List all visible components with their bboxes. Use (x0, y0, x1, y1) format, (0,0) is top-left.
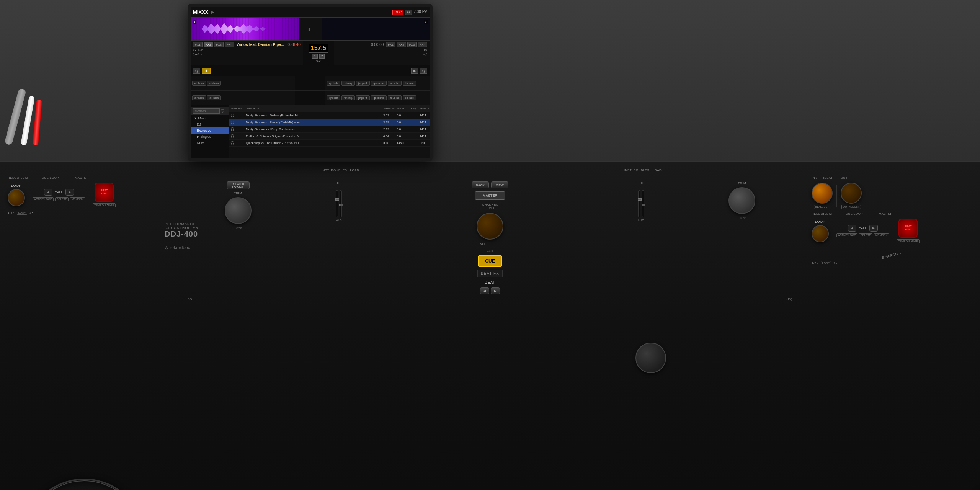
beat-next-btn[interactable]: ▶ (491, 287, 500, 294)
trim-left-max: +9 (238, 226, 242, 229)
deck2-q-btn[interactable]: Q (420, 68, 427, 74)
hotcue-timnee2[interactable]: tim nee (403, 95, 416, 100)
right-beat-sync-button[interactable]: BEAT SYNC (898, 219, 918, 238)
deck2-fx2[interactable]: FX2 (397, 42, 406, 47)
channel-level-area: BACK VIEW MASTER CHANNELLEVEL LEVEL –∞ 0… (389, 181, 591, 294)
right-eq-fader-1[interactable] (638, 190, 640, 217)
deck1-fx3[interactable]: FX3 (214, 42, 224, 47)
deck1-prev[interactable]: ▷↵ (193, 52, 199, 56)
hotcue-ruudho1[interactable]: ruud ho (388, 81, 402, 86)
beat-sync-button[interactable]: BEAT SYNC (95, 183, 114, 202)
hotcue-airhorn-4[interactable]: air-horn (207, 95, 221, 100)
level-knob[interactable] (477, 213, 503, 240)
deck2-fx4[interactable]: FX4 (418, 42, 427, 47)
deck2-notes[interactable]: ♪◁ (422, 52, 427, 56)
next-btn[interactable]: ▶ (65, 189, 74, 196)
delete-label: DELETE (55, 197, 69, 201)
trim-right-knob[interactable] (728, 187, 755, 214)
related-tracks-btn[interactable]: RELATEDTRACKS (227, 181, 250, 189)
hotcue-qrolsch-2[interactable]: qrolsch (327, 95, 340, 100)
right-loop-knob[interactable] (812, 225, 829, 242)
cue-loop-buttons: ◀ CALL ▶ ACTIVE LOOP DELETE MEMORY (33, 189, 85, 201)
in-knob[interactable] (812, 183, 833, 204)
track-duration: 4:34 (382, 134, 395, 138)
loop-section: LOOP (8, 184, 25, 206)
hotcue-roltonq[interactable]: roltonq. (341, 81, 355, 86)
track-filename: Quickdrop vs. The Hitmen - Put Your O... (244, 141, 382, 145)
hotcue-qoedenc-2[interactable]: qoedenc. (371, 95, 387, 100)
track-row[interactable]: 🎧 Morty Simmons - Dollars (Extended Mi..… (229, 112, 430, 119)
trim-right-label: TRIM (738, 181, 746, 185)
prev-btn[interactable]: ◀ (44, 189, 52, 196)
trim-right-max: +9 (743, 216, 746, 219)
hotcue-timnee1[interactable]: tim nee (403, 81, 416, 86)
back-btn[interactable]: BACK (472, 181, 489, 188)
sidebar-jingles[interactable]: ▶ Jingles (191, 134, 229, 140)
right-call-label: CALL (859, 227, 867, 230)
track-bitrate: 1411 (418, 121, 430, 124)
deck1-note[interactable]: ♪ (200, 52, 202, 56)
sidebar-dj[interactable]: DJ (191, 121, 229, 127)
hotcue-jingle-2[interactable]: jingle-th (356, 95, 370, 100)
cue-button[interactable]: CUE (478, 255, 501, 267)
left-eq-fader-2[interactable] (340, 190, 342, 217)
right-next-btn[interactable]: ▶ (869, 225, 878, 232)
hotcue-airhorn-3[interactable]: air-horn (192, 95, 206, 100)
deck1-pause-btn[interactable]: ⏸ (202, 68, 211, 74)
beat-nav-buttons: ◀ ▶ (480, 287, 500, 294)
trim-left-label: TRIM (234, 191, 242, 195)
deck1-transport: ▷↵ ♪ (193, 52, 301, 56)
deck1-fx1[interactable]: FX1 (193, 42, 203, 47)
hotcue-ruudho2[interactable]: ruud ho (388, 95, 402, 100)
hotcue-qrolsch[interactable]: qrolsch (327, 81, 340, 86)
left-eq-fader-1[interactable] (336, 190, 338, 217)
hotcue-roltonq-2[interactable]: roltonq. (341, 95, 355, 100)
hotcue-bank-right-bot: qrolsch roltonq. jingle-th qoedenc. ruud… (325, 91, 430, 105)
track-row[interactable]: 🎧 Quickdrop vs. The Hitmen - Put Your O.… (229, 140, 430, 147)
inst-doubles-left-label: ·· INST. DOUBLES · LOAD (318, 168, 359, 172)
deck1-q-btn[interactable]: Q (193, 68, 200, 74)
right-eq-fader-2[interactable] (642, 190, 644, 217)
loop-size-label: LOOP (17, 211, 27, 215)
center-nav-knob[interactable] (635, 343, 666, 373)
deck1-fx2[interactable]: FX2 (204, 42, 213, 47)
crossfader-val: 0.0 (316, 59, 320, 62)
out-knob[interactable] (841, 183, 862, 204)
view-btn[interactable]: VIEW (491, 181, 508, 188)
hotcue-qoedenc[interactable]: qoedenc. (371, 81, 387, 86)
right-memory-label: MEMORY (874, 233, 889, 237)
track-bpm: 0.0 (395, 127, 408, 131)
track-bpm: 0.0 (395, 134, 408, 138)
trim-left-knob[interactable] (225, 197, 252, 224)
beat-label: BEAT (485, 280, 495, 284)
beat-prev-btn[interactable]: ◀ (480, 287, 489, 294)
hotcue-center (295, 76, 325, 90)
sidebar-exclusive[interactable]: Exclusive (191, 127, 229, 134)
sidebar-new[interactable]: New (191, 140, 229, 146)
loop-knob[interactable] (8, 189, 25, 206)
beat-markers: |||| (308, 27, 311, 31)
hotcue-airhorn-2[interactable]: air-horn (207, 81, 221, 86)
hotcue-jingle[interactable]: jingle-th (356, 81, 370, 86)
deck2-fx1[interactable]: FX1 (386, 42, 395, 47)
right-loop-size-label: LOOP (821, 261, 831, 265)
track-row[interactable]: 🎧 Morty Simmons - Flexin' (Club Mix).wav… (229, 119, 430, 126)
track-row[interactable]: 🎧 Phillerz & Shinzo - Origins (Extended … (229, 133, 430, 140)
right-channel-strip: TRIM –∞ +9 (692, 181, 792, 219)
reloop-exit-section: RELOOP/EXIT (8, 176, 30, 180)
fx-button[interactable]: REC (392, 10, 403, 15)
browser-area: ▽ ▼ Music DJ Exclusive ▶ Jingles New Pre… (191, 105, 430, 158)
sidebar-music[interactable]: ▼ Music (191, 115, 229, 121)
loop-label: LOOP (11, 184, 21, 188)
right-prev-btn[interactable]: ◀ (848, 225, 856, 232)
trim-left-min: –∞ (234, 226, 238, 229)
master-btn[interactable]: MASTER (475, 191, 505, 200)
mixxx-settings[interactable]: ⚙ (405, 10, 412, 15)
deck1-fx4[interactable]: FX4 (225, 42, 234, 47)
search-input[interactable] (193, 108, 220, 114)
track-row[interactable]: 🎧 Morty Simmons - I Drop Bombs.wav 2:12 … (229, 126, 430, 133)
left-buttons-row: LOOP ◀ CALL ▶ ACTIVE LOOP DELETE MEMORY … (8, 183, 168, 207)
deck2-fx3[interactable]: FX3 (407, 42, 417, 47)
deck2-play-btn[interactable]: ▶ (411, 68, 418, 74)
hotcue-airhorn-1[interactable]: air-horn (192, 81, 206, 86)
